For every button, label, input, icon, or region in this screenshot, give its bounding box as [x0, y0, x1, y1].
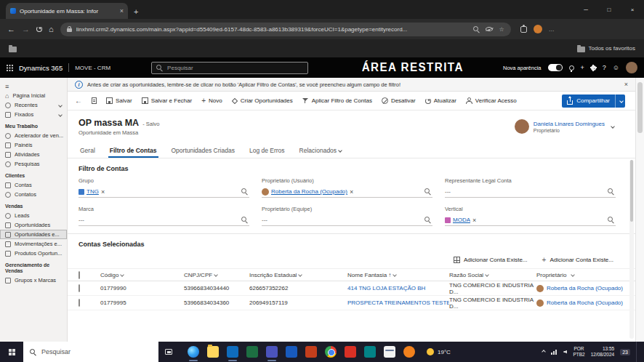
sidebar-item-contacts[interactable]: Contatos — [0, 190, 67, 199]
remove-value-icon[interactable]: × — [101, 188, 105, 196]
column-header-razao-social[interactable]: Razão Social — [449, 272, 536, 278]
word-icon[interactable] — [286, 346, 297, 358]
remove-value-icon[interactable]: × — [350, 188, 353, 196]
notification-close-icon[interactable]: × — [624, 81, 628, 88]
browser-menu-icon[interactable]: … — [549, 26, 555, 33]
tab-close-icon[interactable]: × — [120, 7, 124, 15]
vertical-value-link[interactable]: MODA — [453, 217, 470, 223]
d365-brand[interactable]: Dynamics 365 — [19, 64, 63, 72]
lightbulb-icon[interactable] — [569, 65, 574, 71]
vertical-lookup[interactable]: MODA × — [445, 214, 616, 226]
cell-nome-fantasia-link[interactable]: 414 TNG LOJA ESTAÇÃO BH — [347, 285, 449, 291]
tab-oportunidades-criadas[interactable]: Oportunidades Criadas — [170, 145, 236, 158]
lookup-search-icon[interactable] — [424, 217, 431, 223]
refresh-button[interactable]: Atualizar — [425, 97, 456, 104]
edge-icon[interactable] — [188, 346, 199, 358]
all-favorites[interactable]: Todos os favoritos — [577, 45, 635, 52]
cell-proprietario-link[interactable]: Roberta da Rocha (Ocupado) — [547, 285, 623, 291]
cell-proprietario-link[interactable]: Roberta da Rocha (Ocupado) — [547, 299, 623, 306]
tab-geral[interactable]: Geral — [79, 145, 97, 158]
new-look-toggle[interactable] — [548, 64, 563, 71]
back-button[interactable]: ← — [75, 97, 82, 105]
app-launcher-icon[interactable] — [7, 65, 13, 71]
table-row[interactable]: 01779990 53966834034440 626657352262 414… — [68, 281, 635, 296]
zoom-icon[interactable] — [473, 26, 480, 33]
remove-value-icon[interactable]: × — [472, 217, 476, 224]
owner-name-link[interactable]: Daniela Linares Domingues — [534, 121, 605, 127]
content-scrollbar[interactable] — [629, 160, 634, 339]
sidebar-item-accounts[interactable]: Contas — [0, 180, 67, 190]
volume-icon[interactable] — [563, 350, 567, 354]
app-name[interactable]: MOVE - CRM — [75, 65, 110, 71]
proprietario-usuario-lookup[interactable]: Roberta da Rocha (Ocupado) × — [262, 186, 432, 198]
help-icon[interactable]: ? — [603, 64, 606, 71]
chrome-icon[interactable] — [325, 346, 337, 358]
lookup-search-icon[interactable] — [424, 188, 431, 195]
sidebar-item-searches[interactable]: Pesquisas — [0, 159, 67, 169]
grupo-lookup[interactable]: TNG × — [79, 186, 249, 198]
home-icon[interactable]: ⌂ — [49, 25, 54, 33]
powerpoint-icon[interactable] — [305, 346, 317, 358]
file-explorer-icon[interactable] — [207, 346, 219, 358]
lookup-search-icon[interactable] — [241, 188, 248, 195]
owner-user-value-link[interactable]: Roberta da Rocha (Ocupado) — [271, 188, 347, 195]
sidebar-item-movements[interactable]: Movimentações e... — [0, 239, 67, 249]
marca-lookup[interactable]: --- — [79, 214, 249, 226]
new-tab-button[interactable]: + — [134, 7, 138, 16]
taskbar-search-input[interactable] — [41, 348, 136, 355]
sidebar-item-leads[interactable]: Leads — [0, 211, 67, 220]
share-main[interactable]: Compartilhar — [562, 94, 615, 108]
sidebar-item-opportunity-products[interactable]: Produtos Oportun... — [0, 249, 67, 258]
app-icon[interactable] — [364, 346, 376, 358]
tab-relacionados[interactable]: Relacionados — [298, 145, 344, 158]
maximize-button[interactable]: □ — [597, 0, 621, 19]
apply-account-filter-button[interactable]: Aplicar Filtro de Contas — [302, 97, 372, 104]
refresh-icon[interactable] — [36, 26, 42, 32]
tab-log-de-erros[interactable]: Log de Erros — [248, 145, 286, 158]
global-search-input[interactable] — [167, 65, 283, 71]
folder-icon[interactable] — [9, 47, 17, 52]
save-and-close-button[interactable]: Salvar e Fechar — [142, 97, 192, 104]
sidebar-item-sales-accelerator[interactable]: Acelerador de ven... — [0, 131, 67, 140]
owner-control[interactable]: Daniela Linares Domingues Proprietário — [515, 119, 624, 134]
sidebar-item-recent[interactable]: Recentes — [0, 100, 67, 110]
favorite-star-icon[interactable]: ☆ — [499, 26, 504, 33]
extensions-icon[interactable] — [520, 26, 527, 33]
lookup-search-icon[interactable] — [608, 188, 614, 195]
browser-profile-avatar[interactable] — [534, 25, 542, 33]
outlook-icon[interactable] — [227, 346, 238, 358]
tab-filtro-de-contas[interactable]: Filtro de Contas — [108, 145, 158, 158]
address-bar[interactable]: linxhml.crm2.dynamics.com/main.aspx?appi… — [60, 23, 511, 36]
weather-widget[interactable]: 19°C — [427, 348, 451, 355]
forward-icon[interactable]: → — [22, 25, 30, 33]
sitemap-collapse-button[interactable]: ≡ — [0, 81, 67, 91]
notification-count-badge[interactable]: 23 — [620, 349, 630, 355]
global-search[interactable] — [151, 62, 308, 74]
column-header-codigo[interactable]: Código — [100, 272, 184, 278]
column-header-inscricao[interactable]: Inscrição Estadual — [249, 272, 347, 278]
add-existing-account-button-1[interactable]: Adicionar Conta Existe... — [454, 257, 528, 263]
url-text[interactable]: linxhml.crm2.dynamics.com/main.aspx?appi… — [76, 26, 470, 33]
pdf-reader-icon[interactable] — [345, 346, 356, 358]
show-desktop-button[interactable] — [636, 342, 638, 362]
close-button[interactable]: × — [621, 0, 644, 19]
select-all-checkbox[interactable] — [79, 271, 80, 279]
check-access-button[interactable]: Verificar Acesso — [466, 97, 517, 104]
task-view-button[interactable] — [158, 342, 179, 362]
column-header-cnpj[interactable]: CNPJ/CPF — [184, 272, 249, 278]
excel-icon[interactable] — [246, 346, 258, 358]
sidebar-item-groups-brands[interactable]: Grupos x Marcas — [0, 275, 67, 285]
form-icon[interactable] — [92, 97, 97, 104]
taskbar-search[interactable] — [23, 342, 158, 362]
deactivate-button[interactable]: Desativar — [382, 97, 416, 104]
language-indicator[interactable]: POR PTB2 — [573, 346, 584, 358]
teams-icon[interactable] — [266, 346, 278, 358]
browser-tab[interactable]: Oportunidade em Massa: Infor × — [6, 3, 128, 19]
user-avatar[interactable] — [626, 62, 637, 73]
remote-app-icon[interactable] — [384, 346, 395, 358]
save-button[interactable]: Salvar — [106, 97, 132, 104]
start-button[interactable] — [0, 342, 23, 362]
row-checkbox[interactable] — [79, 284, 80, 292]
table-row[interactable]: 01779995 53966834034360 206949157119 PRO… — [68, 296, 635, 310]
back-icon[interactable]: ← — [7, 25, 15, 33]
